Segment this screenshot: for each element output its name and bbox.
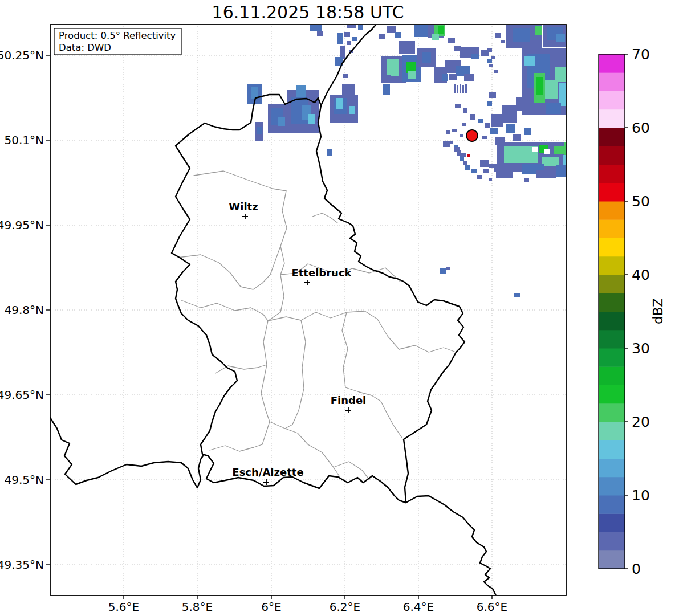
radar-site-layer <box>466 130 478 141</box>
figure-title: 16.11.2025 18:58 UTC <box>212 2 404 22</box>
radar-echo-cell <box>387 26 396 33</box>
district-border-path <box>280 191 287 275</box>
weather-radar-page: WiltzEttelbruckFindelEsch/Alzette 5.6°E5… <box>0 0 675 616</box>
radar-echo-cell <box>495 33 501 38</box>
colorbar-segment <box>599 219 625 238</box>
colorbar-segment <box>599 201 625 220</box>
radar-echo-cell <box>494 164 508 172</box>
colorbar-segment <box>599 72 625 91</box>
radar-echo-cell <box>454 147 460 152</box>
x-tick-label: 6.2°E <box>330 600 360 614</box>
colorbar-segment <box>599 403 625 422</box>
y-tick-label: 50.1°N <box>5 133 44 147</box>
radar-echo-cell <box>556 34 565 42</box>
colorbar-segment <box>599 422 625 440</box>
radar-echo-cell <box>381 75 391 83</box>
colorbar-segment <box>599 550 625 569</box>
radar-echo-cell <box>482 136 487 139</box>
district-border-path <box>285 320 306 429</box>
y-tick-label: 50.25°N <box>0 48 44 62</box>
luxembourg-border-path <box>172 95 465 503</box>
radar-echo-cell <box>442 74 448 81</box>
colorbar-segment <box>599 54 625 73</box>
radar-echo-cell <box>342 84 355 95</box>
radar-echo-cell <box>487 101 492 106</box>
district-border-path <box>268 311 399 349</box>
y-tick-label: 49.5°N <box>5 473 44 487</box>
radar-echo-cell <box>455 104 461 108</box>
colorbar-segment <box>599 495 625 514</box>
radar-echo-cell <box>487 59 492 63</box>
radar-echo-cell <box>448 141 453 144</box>
radar-echo-cell <box>399 41 415 54</box>
radar-echo-cell <box>502 105 517 123</box>
radar-echo-cell <box>487 48 492 52</box>
radar-echo-cell <box>422 52 431 63</box>
radar-echo-cell <box>563 155 572 165</box>
radar-echo-cell <box>489 178 492 181</box>
radar-echo-cell <box>471 169 477 173</box>
colorbar-segment <box>599 183 625 202</box>
radar-echo-cell <box>514 293 520 297</box>
radar-map-figure: WiltzEttelbruckFindelEsch/Alzette 5.6°E5… <box>0 0 675 616</box>
radar-echo-cell <box>352 37 357 41</box>
radar-echo-cell <box>477 175 482 179</box>
radar-echo-cell <box>462 85 464 93</box>
colorbar-tick-label: 30 <box>632 340 650 357</box>
product-info-line2: Data: DWD <box>59 42 111 53</box>
radar-echo-cell <box>465 84 467 93</box>
radar-echo-cell <box>478 119 483 123</box>
radar-echo-cell <box>296 85 306 97</box>
radar-echo-cell <box>446 267 450 270</box>
radar-echo-cell <box>481 50 489 56</box>
radar-echo-cell <box>338 33 343 44</box>
colorbar-segment <box>599 440 625 459</box>
radar-echo-cell <box>448 38 455 43</box>
x-tick-label: 6.4°E <box>403 600 434 614</box>
radar-echo-cell <box>545 80 558 99</box>
radar-echo-cell <box>491 56 495 59</box>
radar-echo-cell <box>358 25 363 30</box>
x-tick-label: 6°E <box>261 600 281 614</box>
colorbar-segment <box>599 238 625 257</box>
radar-echo-cell <box>317 31 323 36</box>
radar-echo-cell <box>501 40 505 43</box>
country-border-path <box>50 418 203 488</box>
radar-echo-cell <box>535 26 542 35</box>
city-label: Findel <box>331 394 367 406</box>
radar-echo-cell <box>460 134 463 137</box>
radar-echo-cell <box>344 32 350 37</box>
radar-echo-cell <box>387 59 399 76</box>
radar-echo-cell <box>524 178 529 182</box>
radar-echo-cell <box>327 149 332 156</box>
y-tick-label: 49.35°N <box>0 558 44 572</box>
radar-echo-cell <box>347 23 356 28</box>
radar-echo-cell <box>408 71 416 79</box>
colorbar-segment <box>599 459 625 478</box>
radar-echo-cell <box>349 106 355 114</box>
radar-echo-cell <box>462 123 466 126</box>
radar-echo-cell <box>446 130 450 134</box>
radar-echo-cell <box>438 26 444 34</box>
radar-echo-cell <box>467 154 470 157</box>
radar-echo-cell <box>465 165 470 170</box>
colorbar: 010203040506070 <box>599 46 650 577</box>
radar-echo-cell <box>460 84 461 93</box>
axis-ticks: 5.6°E5.8°E6°E6.2°E6.4°E6.6°E50.25°N50.1°… <box>0 48 507 614</box>
city-plus-marker <box>242 214 248 219</box>
city-plus-marker <box>304 280 310 285</box>
radar-echo-cell <box>491 114 503 127</box>
radar-echo-cell <box>536 77 543 95</box>
radar-echo-cell <box>464 74 474 81</box>
radar-echo-cell <box>524 56 535 66</box>
colorbar-segment <box>599 293 625 312</box>
city-label: Wiltz <box>229 201 258 213</box>
x-tick-label: 5.6°E <box>108 600 139 614</box>
colorbar-segment <box>599 312 625 331</box>
colorbar-segment <box>599 366 625 385</box>
radar-echo-cell <box>524 128 531 135</box>
colorbar-segment <box>599 385 625 404</box>
colorbar-segment <box>599 146 625 165</box>
colorbar-segment <box>599 477 625 496</box>
radar-echo-cell <box>532 147 538 152</box>
